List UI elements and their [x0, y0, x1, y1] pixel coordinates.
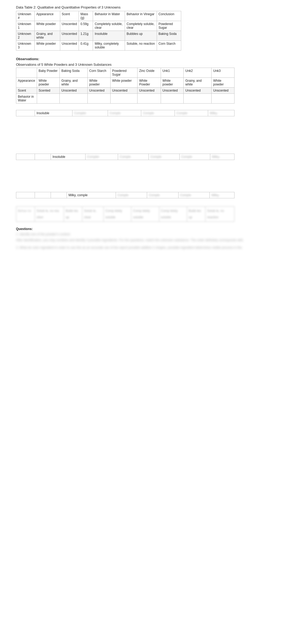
blurred-cell-6: Milky, [208, 110, 235, 116]
questions-section: Questions: 1. Identify one of the powder… [16, 227, 267, 249]
row-appearance-corn: White powder [87, 78, 110, 88]
blurred-cell-b7: Milky, [210, 154, 235, 160]
col-header-conclusion: Conclusion [157, 11, 181, 21]
blurred-section-2: Insoluble Complet Comple Comple Comple M… [16, 154, 267, 181]
row-water-unk2 [184, 94, 212, 104]
col-header-appearance: Appearance [35, 11, 60, 21]
q2-text: 2. What do color ingredient in order to … [16, 246, 267, 249]
obs-col-powdered: Powdered Sugar [110, 68, 138, 78]
row-water-label: Behavior in Water [16, 94, 37, 104]
table-row: Scent Scented Unscented Unscented Unscen… [16, 88, 235, 94]
col-header-unknown: Unknown # [16, 11, 35, 21]
blurred-cell-5: Comple [175, 110, 208, 116]
blurred-data-3: Solub le, clear [82, 207, 104, 222]
obs-col-corn: Corn Starch [87, 68, 110, 78]
obs-col-baking: Baking Soda [60, 68, 88, 78]
col-header-water: Behavior in Water [93, 11, 125, 21]
blurred-label: Behav ior [16, 207, 35, 222]
row-water-powdered [110, 94, 138, 104]
blurred-large-table: Behav ior Solub le, no rea ction Bubb le… [16, 206, 235, 222]
row-scent-baby: Scented [37, 88, 60, 94]
table-row: Unknown 2 Grainy, and white Unscented 1.… [16, 31, 181, 41]
blurred-cell-b4: Comple [118, 154, 149, 160]
table-row: Unknown 1 White powder Unscented 0.59g C… [16, 21, 181, 31]
row3-scent: Unscented [60, 41, 79, 51]
obs-col-baby: Baby Powder [37, 68, 60, 78]
obs-col-unk3: Unk3 [212, 68, 235, 78]
blurred-table-2: Insoluble Complet Comple Comple Comple M… [16, 154, 235, 160]
obs-col-zinc: Zinc Oxide [138, 68, 161, 78]
table-row: Unknown 3 White powder Unscented 0.41g M… [16, 41, 181, 51]
blurred-cell-c5: Comple [147, 192, 179, 198]
q1-answer: After identification, you may combine an… [16, 238, 267, 242]
obs-col-label [16, 68, 37, 78]
blurred-cell-c1 [16, 192, 35, 198]
row-appearance-unk1: White powder [161, 78, 184, 88]
col-header-mass: Mass (g) [79, 11, 93, 21]
table-row: Milky, comple Comple Comple Comple Milky… [16, 192, 235, 198]
blurred-data-7: Bubb les up [187, 207, 205, 222]
milky-comple-cell: Milky, comple [67, 192, 116, 198]
row-appearance-baking: Grainy, and white [60, 78, 88, 88]
row-appearance-powdered: White powder [110, 78, 138, 88]
table-row: Behavior in Water [16, 94, 235, 104]
row3-appearance: White powder [35, 41, 60, 51]
blurred-cell-b2 [35, 154, 51, 160]
blurred-data-1: Solub le, no rea ction [35, 207, 64, 222]
insoluble-cell-1: Insoluble [35, 110, 72, 116]
blurred-data-8: Solub le, no reaction [205, 207, 235, 222]
row1-appearance: White powder [35, 21, 60, 31]
obs-col-unk2: Unk2 [184, 68, 212, 78]
row-scent-baking: Unscented [60, 88, 88, 94]
col-header-scent: Scent [60, 11, 79, 21]
data-table-2-section: Data Table 2: Qualitative and Quantitati… [16, 5, 267, 51]
insoluble-cell-2: Insoluble [51, 154, 86, 160]
blurred-cell-b6: Comple [179, 154, 210, 160]
blurred-data-4: Comp letely soluble [104, 207, 131, 222]
row1-id: Unknown 1 [16, 21, 35, 31]
row3-vinegar: Soluble, no reaction [125, 41, 157, 51]
row2-id: Unknown 2 [16, 31, 35, 41]
blurred-section-3: Milky, comple Comple Comple Comple Milky… [16, 192, 267, 198]
row-scent-unk3: Unscented [212, 88, 235, 94]
row2-appearance: Grainy, and white [35, 31, 60, 41]
questions-label: Questions: [16, 227, 267, 231]
q1-text: 1. Identify one of the powder's content. [16, 232, 267, 236]
blurred-section-1: Insoluble Complet Comple Comple Comple M… [16, 110, 267, 138]
blurred-cell-b1 [16, 154, 35, 160]
blurred-cell-4: Comple [141, 110, 175, 116]
row1-mass: 0.59g [79, 21, 93, 31]
data-table-2-title: Data Table 2: Qualitative and Quantitati… [16, 5, 267, 9]
row2-conclusion: Baking Soda [157, 31, 181, 41]
row2-water: Insoluble [93, 31, 125, 41]
row-scent-unk1: Unscented [161, 88, 184, 94]
obs-subtitle: Observations of 5 White Powders and 3 Un… [16, 63, 267, 67]
row-appearance-unk3: White powder [212, 78, 235, 88]
row1-water: Completely soluble, clear [93, 21, 125, 31]
table-row: Insoluble Complet Comple Comple Comple M… [16, 110, 235, 116]
row-water-zinc [138, 94, 161, 104]
blurred-table-1: Insoluble Complet Comple Comple Comple M… [16, 110, 235, 116]
row-water-unk1 [161, 94, 184, 104]
row-water-baby [37, 94, 60, 104]
blurred-table-3: Milky, comple Comple Comple Comple Milky… [16, 192, 235, 198]
table-row: Insoluble Complet Comple Comple Comple M… [16, 154, 235, 160]
col-header-vinegar: Behavior in Vinegar [125, 11, 157, 21]
table-row: Appearance White powder Grainy, and whit… [16, 78, 235, 88]
row-appearance-label: Appearance [16, 78, 37, 88]
row-scent-unk2: Unscented [184, 88, 212, 94]
row-water-corn [87, 94, 110, 104]
row-scent-label: Scent [16, 88, 37, 94]
row-scent-powdered: Unscented [110, 88, 138, 94]
row3-water: Milky, completely soluble [93, 41, 125, 51]
blurred-cell-c3 [51, 192, 67, 198]
row2-vinegar: Bubbles up [125, 31, 157, 41]
blurred-cell-c7: Milky, [210, 192, 235, 198]
data-table-2: Unknown # Appearance Scent Mass (g) Beha… [16, 11, 181, 51]
blurred-cell-b3: Complet [85, 154, 118, 160]
blurred-cell-c6: Comple [178, 192, 210, 198]
obs-col-unk1: Unk1 [161, 68, 184, 78]
blurred-cell-c2 [35, 192, 51, 198]
large-blurred-section: Behav ior Solub le, no rea ction Bubb le… [16, 206, 267, 222]
row1-scent: Unscented [60, 21, 79, 31]
